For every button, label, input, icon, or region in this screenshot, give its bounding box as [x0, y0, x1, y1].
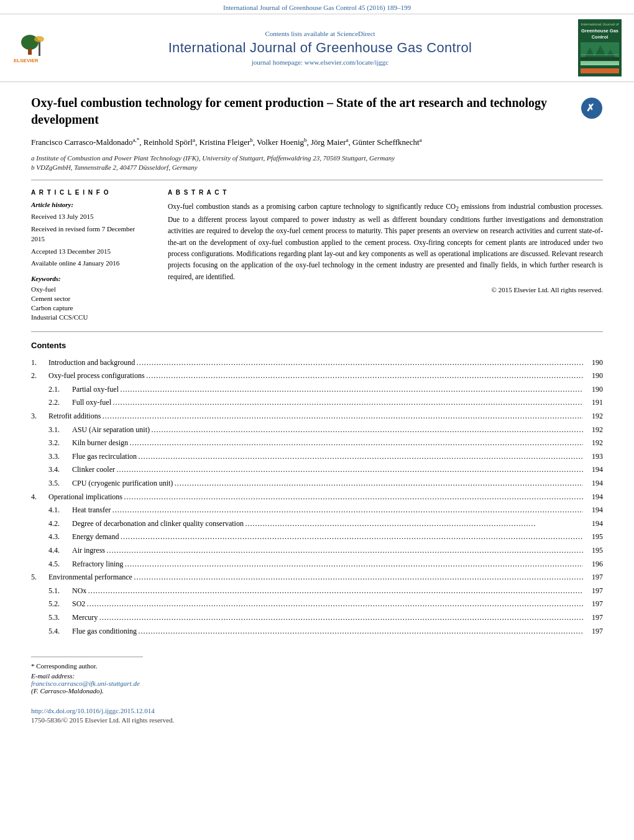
cover-bottom-bar: [581, 68, 619, 73]
journal-reference: International Journal of Greenhouse Gas …: [0, 0, 634, 14]
toc-title: Degree of decarbonation and clinker qual…: [72, 517, 244, 531]
toc-dots: ……………………………………………………………………………………………………………: [123, 558, 583, 571]
toc-dots: ……………………………………………………………………………………………………………: [105, 544, 583, 558]
toc-title: Mercury: [72, 611, 98, 625]
article-info-abstract: A R T I C L E I N F O Article history: R…: [31, 189, 603, 323]
toc-title: Introduction and background: [48, 356, 135, 370]
svg-text:ELSEVIER: ELSEVIER: [14, 58, 39, 63]
toc-subnumber: 5.4.: [48, 625, 72, 639]
email-label: E-mail address:: [31, 672, 75, 680]
toc-subnumber: 4.2.: [48, 517, 72, 531]
toc-row: 3.Retrofit additions………………………………………………………: [31, 410, 603, 423]
abstract-title: A B S T R A C T: [168, 189, 603, 196]
toc-row: 2.2.Full oxy-fuel………………………………………………………………: [31, 396, 603, 410]
cover-main-title: Greenhouse Gas Control: [581, 28, 619, 40]
author4: , Volker Hoenig: [253, 137, 304, 147]
cover-top-text: International Journal of: [581, 22, 619, 26]
homepage-link[interactable]: www.elsevier.com/locate/ijggc: [305, 58, 389, 66]
email-address[interactable]: francisco.carrasco@ifk.uni-stuttgart.de: [31, 680, 140, 687]
toc-page: 197: [583, 571, 603, 584]
crossmark-logo: ✗: [581, 97, 603, 119]
toc-page: 190: [583, 369, 603, 383]
toc-title: Flue gas conditioning: [72, 625, 137, 639]
toc-title: Flue gas recirculation: [72, 450, 137, 464]
toc-subnumber: 4.4.: [48, 544, 72, 558]
toc-dots: ………………………………………………………………………………………………………: [244, 517, 583, 531]
toc-subnumber: 3.4.: [48, 463, 72, 477]
toc-subnumber: 4.3.: [48, 530, 72, 544]
toc-page: 194: [583, 477, 603, 491]
article-info-title: A R T I C L E I N F O: [31, 189, 149, 196]
author1-sup: a,*: [133, 137, 140, 143]
toc-row: 5.3.Mercury………………………………………………………………………………: [31, 611, 603, 625]
toc-row: 3.3.Flue gas recirculation………………………………………: [31, 450, 603, 464]
article-title: Oxy-fuel combustion technology for cemen…: [31, 95, 581, 128]
toc-number: [31, 383, 48, 397]
toc-title: Air ingress: [72, 544, 105, 558]
toc-page: 194: [583, 463, 603, 477]
toc-number: [31, 463, 48, 477]
toc-dots: ……………………………………………………………………………………………………………: [173, 477, 583, 491]
toc-number: 1.: [31, 356, 48, 370]
toc-number: [31, 530, 48, 544]
svg-point-4: [34, 36, 44, 42]
toc-page: 196: [583, 558, 603, 571]
doi-section: http://dx.doi.org/10.1016/j.ijggc.2015.1…: [31, 707, 603, 724]
toc-number: [31, 611, 48, 625]
toc-row: 4.Operational implications………………………………………: [31, 491, 603, 504]
toc-subnumber: 5.1.: [48, 584, 72, 598]
affiliation-b: b VDZgGmbH, Tannenstraße 2, 40477 Düssel…: [31, 164, 603, 171]
toc-page: 194: [583, 504, 603, 517]
toc-row: 5.1.NOx…………………………………………………………………………………………: [31, 584, 603, 598]
toc-number: [31, 517, 48, 531]
toc-number: 4.: [31, 491, 48, 504]
journal-cover: International Journal of Greenhouse Gas …: [578, 19, 622, 76]
contents-line: Contents lists available at ScienceDirec…: [68, 30, 572, 37]
toc-row: 4.2.Degree of decarbonation and clinker …: [31, 517, 603, 531]
toc-page: 190: [583, 356, 603, 370]
toc-dots: ……………………………………………………………………………………………………………: [86, 584, 583, 598]
toc-number: [31, 396, 48, 410]
toc-row: 1.Introduction and background………………………………: [31, 356, 603, 370]
journal-reference-text: International Journal of Greenhouse Gas …: [223, 4, 411, 11]
toc-number: [31, 598, 48, 611]
toc-dots: ……………………………………………………………………………………………………………: [115, 463, 583, 477]
main-content: Oxy-fuel combustion technology for cemen…: [0, 82, 634, 736]
keywords-label: Keywords:: [31, 275, 149, 282]
toc-page: 197: [583, 625, 603, 639]
toc-subnumber: 4.5.: [48, 558, 72, 571]
toc-number: 3.: [31, 410, 48, 423]
sciencedirect-link[interactable]: ScienceDirect: [337, 30, 375, 37]
toc-number: [31, 558, 48, 571]
toc-dots: ……………………………………………………………………………………………………………: [135, 356, 583, 370]
toc-number: [31, 625, 48, 639]
toc-page: 195: [583, 544, 603, 558]
toc-title: Full oxy-fuel: [72, 396, 111, 410]
toc-title: Partial oxy-fuel: [72, 383, 119, 397]
toc-dots: ……………………………………………………………………………………………………………: [119, 530, 583, 544]
toc-page: 197: [583, 584, 603, 598]
toc-dots: ……………………………………………………………………………………………………………: [85, 598, 583, 611]
toc-title: NOx: [72, 584, 86, 598]
toc-row: 2.Oxy-fuel process configurations……………………: [31, 369, 603, 383]
toc-number: [31, 423, 48, 437]
journal-homepage: journal homepage: www.elsevier.com/locat…: [68, 58, 572, 66]
toc-dots: ……………………………………………………………………………………………………………: [122, 491, 583, 504]
journal-title: International Journal of Greenhouse Gas …: [68, 40, 572, 56]
received-date: Received 13 July 2015: [31, 211, 149, 222]
toc-row: 4.5.Refractory lining……………………………………………………: [31, 558, 603, 571]
toc-dots: ……………………………………………………………………………………………………………: [111, 504, 583, 517]
toc-row: 3.5.CPU (cryogenic purification unit)…………: [31, 477, 603, 491]
toc-subnumber: 5.2.: [48, 598, 72, 611]
toc-page: 194: [583, 517, 603, 531]
author6-sup: a: [420, 137, 422, 143]
toc-dots: ……………………………………………………………………………………………………………: [98, 611, 583, 625]
toc-subnumber: 2.1.: [48, 383, 72, 397]
toc-subnumber: 3.2.: [48, 436, 72, 450]
toc-title: Clinker cooler: [72, 463, 115, 477]
doi-url[interactable]: http://dx.doi.org/10.1016/j.ijggc.2015.1…: [31, 707, 603, 714]
toc-number: [31, 436, 48, 450]
toc-number: [31, 450, 48, 464]
footnote-section: * Corresponding author. E-mail address: …: [31, 657, 143, 695]
svg-rect-3: [39, 40, 40, 56]
